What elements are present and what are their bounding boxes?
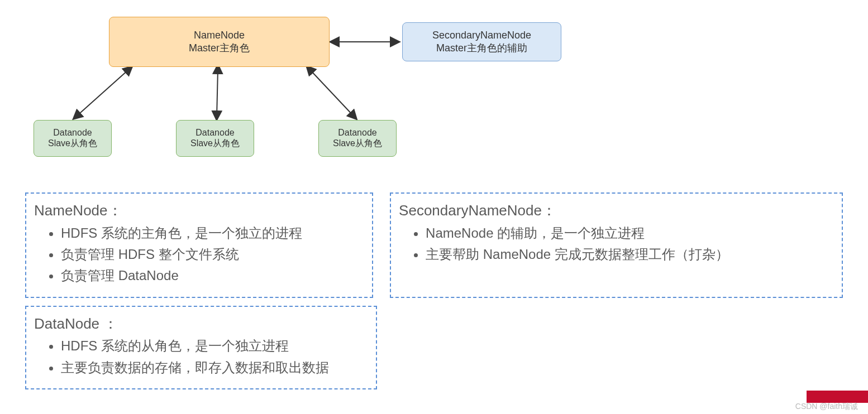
svg-line-2 bbox=[217, 70, 218, 117]
namenode-subtitle: Master主角色 bbox=[189, 41, 250, 55]
datanode-description: DataNode ： HDFS 系统的从角色，是一个独立进程 主要负责数据的存储… bbox=[25, 306, 377, 389]
snn-title: SecondaryNameNode bbox=[432, 30, 531, 41]
list-item: NameNode 的辅助，是一个独立进程 bbox=[426, 223, 834, 244]
secondary-namenode-box: SecondaryNameNode Master主角色的辅助 bbox=[402, 22, 561, 61]
watermark-text: CSDN @faith瑞诚 bbox=[795, 402, 858, 412]
datanode-subtitle: Slave从角色 bbox=[190, 138, 240, 150]
list-item: 主要负责数据的存储，即存入数据和取出数据 bbox=[61, 357, 368, 378]
description-row-2: DataNode ： HDFS 系统的从角色，是一个独立进程 主要负责数据的存储… bbox=[0, 304, 868, 395]
architecture-diagram: NameNode Master主角色 SecondaryNameNode Mas… bbox=[0, 0, 868, 179]
list-item: 负责管理 HDFS 整个文件系统 bbox=[61, 244, 364, 265]
datanode-title: Datanode bbox=[195, 128, 234, 138]
namenode-title: NameNode bbox=[194, 30, 245, 41]
description-row-1: NameNode： HDFS 系统的主角色，是一个独立的进程 负责管理 HDFS… bbox=[0, 179, 868, 304]
list-item: HDFS 系统的从角色，是一个独立进程 bbox=[61, 335, 368, 357]
datanode-box-2: Datanode Slave从角色 bbox=[176, 120, 254, 157]
datanode-desc-title: DataNode ： bbox=[34, 312, 368, 336]
svg-line-1 bbox=[75, 70, 128, 117]
list-item: 负责管理 DataNode bbox=[61, 265, 364, 286]
list-item: 主要帮助 NameNode 完成元数据整理工作（打杂） bbox=[426, 244, 834, 265]
datanode-title: Datanode bbox=[338, 128, 376, 138]
datanode-title: Datanode bbox=[53, 128, 92, 138]
snn-subtitle: Master主角色的辅助 bbox=[436, 41, 527, 55]
datanode-box-3: Datanode Slave从角色 bbox=[318, 120, 397, 157]
svg-line-3 bbox=[310, 70, 355, 117]
datanode-box-1: Datanode Slave从角色 bbox=[34, 120, 112, 157]
namenode-desc-title: NameNode： bbox=[34, 199, 364, 223]
snn-desc-title: SecondaryNameNode： bbox=[399, 199, 834, 223]
namenode-description: NameNode： HDFS 系统的主角色，是一个独立的进程 负责管理 HDFS… bbox=[25, 192, 373, 298]
datanode-subtitle: Slave从角色 bbox=[333, 138, 382, 150]
datanode-subtitle: Slave从角色 bbox=[48, 138, 97, 150]
decorative-bar bbox=[807, 391, 868, 403]
list-item: HDFS 系统的主角色，是一个独立的进程 bbox=[61, 223, 364, 244]
namenode-box: NameNode Master主角色 bbox=[109, 17, 330, 67]
snn-description: SecondaryNameNode： NameNode 的辅助，是一个独立进程 … bbox=[390, 192, 843, 298]
